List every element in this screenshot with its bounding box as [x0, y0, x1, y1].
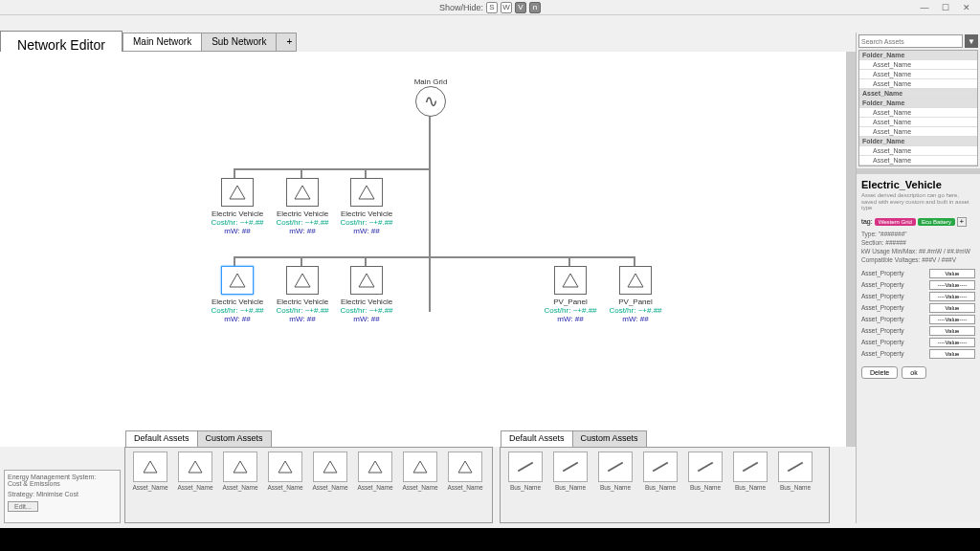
tray-bus-item[interactable]: Bus_Name	[639, 452, 681, 501]
tree-asset[interactable]: Asset_Name	[859, 70, 977, 79]
close-button[interactable]: ✕	[957, 2, 976, 13]
tree-asset[interactable]: Asset_Name	[859, 146, 977, 156]
tray-asset-item[interactable]: Asset_Name	[129, 452, 171, 501]
filter-icon[interactable]: ▼	[965, 34, 978, 48]
tray-bus-item[interactable]: Bus_Name	[504, 452, 546, 501]
triangle-icon	[448, 452, 482, 482]
delete-button[interactable]: Delete	[861, 366, 898, 379]
svg-marker-1	[295, 186, 310, 199]
tray-asset-item[interactable]: Asset_Name	[444, 452, 486, 501]
tab-main-network[interactable]: Main Network	[122, 33, 202, 52]
tray-bus-item[interactable]: Bus_Name	[729, 452, 771, 501]
tree-asset[interactable]: Asset_Name	[859, 156, 977, 165]
canvas-scrollbar-vertical[interactable]	[846, 52, 856, 447]
tray-bus-item[interactable]: Bus_Name	[594, 452, 636, 501]
tray1-tab-custom[interactable]: Custom Assets	[197, 430, 272, 448]
triangle-icon	[223, 452, 257, 482]
panel-divider[interactable]	[857, 168, 980, 174]
property-value-input[interactable]: Value	[929, 326, 975, 336]
tray2-tab-default[interactable]: Default Assets	[501, 430, 573, 448]
grid-icon: ∿	[415, 86, 446, 117]
svg-marker-12	[323, 461, 337, 473]
wire	[429, 111, 431, 312]
asset-title: Electric_Vehicle	[861, 179, 975, 190]
wire	[234, 168, 235, 178]
toggle-key-s[interactable]: S	[486, 2, 498, 13]
tray-asset-item[interactable]: Asset_Name	[354, 452, 396, 501]
titlebar: Show/Hide: S W V n — ☐ ✕	[0, 0, 980, 15]
property-row: Asset_PropertyValue	[861, 269, 975, 278]
asset-tray-2: Default Assets Custom Assets Bus_NameBus…	[500, 447, 830, 523]
property-row: Asset_Property----Value----	[861, 280, 975, 290]
tray-bus-item[interactable]: Bus_Name	[549, 452, 591, 501]
tray-asset-item[interactable]: Asset_Name	[174, 452, 216, 501]
toggle-key-n[interactable]: n	[529, 2, 541, 13]
tree-asset[interactable]: Asset_Name	[859, 108, 977, 118]
asset-tray-1: Default Assets Custom Assets Asset_NameA…	[124, 447, 493, 523]
property-value-input[interactable]: Value	[929, 269, 975, 278]
tag-western-grid[interactable]: Western Grid	[875, 218, 916, 226]
node-pv[interactable]: PV_Panel Cost/hr: ~+#.## mW: ##	[542, 266, 599, 323]
svg-marker-0	[230, 186, 245, 199]
node-ev[interactable]: Electric Vehicle Cost/hr: ~+#.## mW: ##	[338, 266, 395, 323]
tray2-tab-custom[interactable]: Custom Assets	[572, 430, 647, 448]
minimize-button[interactable]: —	[915, 2, 934, 13]
toggle-key-v[interactable]: V	[515, 2, 526, 13]
svg-marker-5	[359, 274, 374, 287]
tree-asset[interactable]: Asset_Name	[859, 127, 977, 137]
svg-marker-7	[628, 274, 643, 287]
node-main-grid[interactable]: Main Grid ∿	[402, 75, 459, 117]
tab-sub-network[interactable]: Sub Network	[201, 33, 277, 52]
svg-marker-8	[144, 461, 157, 473]
svg-marker-4	[295, 274, 310, 287]
tag-eco-battery[interactable]: Eco Battery	[918, 218, 955, 226]
node-pv[interactable]: PV_Panel Cost/hr: ~+#.## mW: ##	[607, 266, 664, 323]
tree-asset[interactable]: Asset_Name	[859, 60, 977, 70]
tray-bus-item[interactable]: Bus_Name	[774, 452, 816, 501]
property-value-input[interactable]: ----Value----	[929, 338, 975, 347]
tray-bus-item[interactable]: Bus_Name	[684, 452, 726, 501]
node-ev[interactable]: Electric Vehicle Cost/hr: ~+#.## mW: ##	[338, 178, 395, 235]
property-value-input[interactable]: Value	[929, 349, 975, 359]
asset-search-input[interactable]	[858, 34, 963, 48]
network-canvas[interactable]: Main Grid ∿ Electric Vehicle Cost/hr: ~+…	[0, 52, 850, 447]
tray-asset-item[interactable]: Asset_Name	[264, 452, 306, 501]
tree-folder[interactable]: Asset_Name	[859, 89, 977, 99]
svg-marker-3	[230, 274, 245, 287]
tray-asset-item[interactable]: Asset_Name	[219, 452, 261, 501]
tray-asset-item[interactable]: Asset_Name	[399, 452, 441, 501]
show-hide-label: Show/Hide:	[439, 3, 483, 12]
tray1-tab-default[interactable]: Default Assets	[125, 430, 198, 448]
property-value-input[interactable]: ----Value----	[929, 280, 975, 290]
tab-add[interactable]: +	[276, 33, 297, 52]
node-ev[interactable]: Electric Vehicle Cost/hr: ~+#.## mW: ##	[274, 178, 331, 235]
property-row: Asset_PropertyValue	[861, 326, 975, 336]
node-ev[interactable]: Electric Vehicle Cost/hr: ~+#.## mW: ##	[274, 266, 331, 323]
node-ev-selected[interactable]: Electric Vehicle Cost/hr: ~+#.## mW: ##	[209, 266, 266, 323]
tree-folder[interactable]: Folder_Name	[859, 51, 977, 60]
add-tag-button[interactable]: +	[957, 217, 967, 227]
tree-asset[interactable]: Asset_Name	[859, 79, 977, 89]
ems-line1: Cost & Emissions	[8, 480, 117, 487]
node-ev[interactable]: Electric Vehicle Cost/hr: ~+#.## mW: ##	[209, 178, 266, 235]
bus-icon	[508, 452, 543, 482]
svg-marker-9	[189, 461, 202, 473]
toggle-key-w[interactable]: W	[501, 2, 512, 13]
asset-tree[interactable]: Folder_NameAsset_NameAsset_NameAsset_Nam…	[858, 50, 978, 166]
maximize-button[interactable]: ☐	[936, 2, 955, 13]
tray-asset-item[interactable]: Asset_Name	[309, 452, 351, 501]
triangle-icon	[133, 452, 167, 482]
tree-asset[interactable]: Asset_Name	[859, 118, 977, 127]
tree-folder[interactable]: Folder_Name	[859, 137, 977, 146]
wire	[234, 168, 431, 170]
wire	[568, 256, 570, 266]
property-value-input[interactable]: Value	[929, 303, 975, 313]
ems-edit-button[interactable]: Edit...	[8, 501, 38, 512]
svg-marker-14	[413, 461, 427, 473]
property-value-input[interactable]: ----Value----	[929, 292, 975, 301]
wire	[365, 168, 367, 178]
tree-folder[interactable]: Folder_Name	[859, 99, 977, 108]
right-panel: ▼ Folder_NameAsset_NameAsset_NameAsset_N…	[856, 33, 980, 523]
ok-button[interactable]: ok	[902, 366, 925, 379]
property-value-input[interactable]: ----Value----	[929, 315, 975, 324]
